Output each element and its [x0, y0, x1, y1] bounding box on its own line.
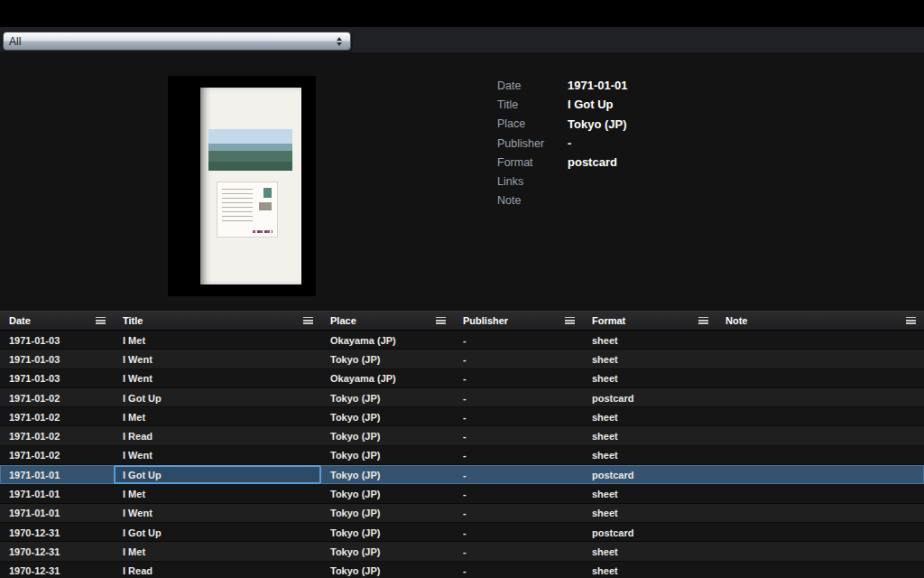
- table-cell-date: 1971-01-02: [0, 426, 114, 445]
- table-cell-title: I Met: [114, 407, 321, 426]
- postmark-icon: [259, 202, 272, 210]
- table-cell-note: [716, 523, 924, 542]
- table-cell-date: 1971-01-02: [0, 407, 114, 426]
- table-cell-date: 1970-12-31: [0, 523, 114, 542]
- table-cell-title: I Met: [114, 331, 321, 350]
- table-cell-note: [716, 542, 924, 561]
- table-row[interactable]: 1970-12-31I Got UpTokyo (JP)-postcard: [0, 523, 924, 542]
- table-body: 1971-01-03I MetOkayama (JP)-sheet1971-01…: [0, 331, 924, 578]
- table-cell-publisher: -: [454, 465, 583, 484]
- table-row[interactable]: 1971-01-02I Got UpTokyo (JP)-postcard: [0, 388, 924, 407]
- table-cell-title: I Went: [114, 446, 321, 465]
- table-cell-date: 1971-01-03: [0, 331, 114, 350]
- filter-select[interactable]: All: [3, 32, 351, 51]
- table-cell-note: [716, 484, 924, 503]
- table-cell-date: 1971-01-02: [0, 388, 114, 407]
- table-cell-title: I Went: [114, 369, 321, 388]
- table-row[interactable]: 1971-01-02I MetTokyo (JP)-sheet: [0, 407, 924, 426]
- table-cell-title: I Read: [114, 426, 321, 445]
- table-cell-format: sheet: [583, 426, 716, 445]
- table-cell-publisher: -: [454, 388, 583, 407]
- table-cell-place: Tokyo (JP): [321, 446, 454, 465]
- table-row[interactable]: 1971-01-02I WentTokyo (JP)-sheet: [0, 446, 924, 465]
- column-header-title[interactable]: Title: [114, 312, 321, 330]
- table-cell-publisher: -: [454, 484, 583, 503]
- postage-stamp-icon: [263, 188, 272, 198]
- table-cell-format: sheet: [583, 542, 716, 561]
- column-header-date[interactable]: Date: [0, 312, 114, 330]
- table-row[interactable]: 1971-01-01I WentTokyo (JP)-sheet: [0, 504, 924, 523]
- table-cell-date: 1971-01-03: [0, 369, 114, 388]
- detail-panel: Date1971-01-01TitleI Got UpPlaceTokyo (J…: [497, 76, 858, 210]
- detail-field-label: Format: [497, 156, 568, 169]
- column-menu-icon[interactable]: [698, 317, 708, 324]
- column-menu-icon[interactable]: [96, 317, 106, 324]
- table-header: DateTitlePlacePublisherFormatNote: [0, 311, 924, 331]
- column-menu-icon[interactable]: [906, 317, 916, 324]
- table-row[interactable]: 1971-01-02I ReadTokyo (JP)-sheet: [0, 426, 924, 445]
- detail-field-value: postcard: [568, 155, 617, 169]
- column-header-label: Date: [9, 315, 31, 326]
- table-cell-note: [716, 331, 924, 350]
- column-header-publisher[interactable]: Publisher: [454, 312, 583, 330]
- table-cell-place: Tokyo (JP): [321, 504, 454, 523]
- table-cell-note: [716, 504, 924, 523]
- column-header-label: Place: [330, 315, 356, 326]
- column-header-place[interactable]: Place: [321, 312, 454, 330]
- table-cell-publisher: -: [454, 369, 583, 388]
- table-cell-format: sheet: [583, 407, 716, 426]
- table-cell-title: I Got Up: [114, 388, 321, 407]
- table-cell-format: postcard: [583, 388, 716, 407]
- column-menu-icon[interactable]: [565, 317, 575, 324]
- table-cell-format: postcard: [583, 465, 716, 484]
- table-cell-place: Okayama (JP): [321, 369, 454, 388]
- table-row[interactable]: 1971-01-01I MetTokyo (JP)-sheet: [0, 484, 924, 503]
- top-bar: [0, 0, 924, 27]
- artwork-image: [168, 76, 316, 296]
- postcard-back: [217, 182, 278, 238]
- table-cell-note: [716, 388, 924, 407]
- table-cell-place: Tokyo (JP): [321, 407, 454, 426]
- table-row[interactable]: 1971-01-01I Got UpTokyo (JP)-postcard: [0, 465, 924, 484]
- column-header-label: Note: [725, 315, 747, 326]
- table-cell-note: [716, 446, 924, 465]
- column-header-format[interactable]: Format: [583, 312, 716, 330]
- table-row[interactable]: 1971-01-03I WentTokyo (JP)-sheet: [0, 350, 924, 368]
- table-cell-publisher: -: [454, 426, 583, 445]
- table-cell-format: postcard: [583, 523, 716, 542]
- book-page: [200, 88, 301, 284]
- table-cell-place: Tokyo (JP): [321, 523, 454, 542]
- column-menu-icon[interactable]: [303, 317, 313, 324]
- detail-field-label: Place: [497, 117, 568, 130]
- detail-field-label: Links: [497, 175, 568, 188]
- detail-field-note: Note: [497, 191, 858, 210]
- table-cell-title: I Met: [114, 542, 321, 561]
- detail-field-label: Title: [497, 98, 568, 111]
- table-cell-publisher: -: [454, 542, 583, 561]
- detail-field-links: Links: [497, 172, 858, 191]
- table-cell-place: Okayama (JP): [321, 331, 454, 350]
- table-row[interactable]: 1970-12-31I ReadTokyo (JP)-sheet: [0, 562, 924, 578]
- table-cell-format: sheet: [583, 350, 716, 368]
- table-row[interactable]: 1971-01-03I WentOkayama (JP)-sheet: [0, 369, 924, 388]
- detail-field-label: Publisher: [497, 137, 568, 150]
- table-cell-place: Tokyo (JP): [321, 542, 454, 561]
- table-row[interactable]: 1970-12-31I MetTokyo (JP)-sheet: [0, 542, 924, 561]
- table-cell-place: Tokyo (JP): [321, 388, 454, 407]
- table-row[interactable]: 1971-01-03I MetOkayama (JP)-sheet: [0, 331, 924, 350]
- records-table: DateTitlePlacePublisherFormatNote 1971-0…: [0, 311, 924, 578]
- table-cell-title: I Met: [114, 484, 321, 503]
- table-cell-format: sheet: [583, 484, 716, 503]
- table-cell-publisher: -: [454, 350, 583, 368]
- table-cell-date: 1970-12-31: [0, 562, 114, 578]
- table-cell-publisher: -: [454, 523, 583, 542]
- table-cell-note: [716, 350, 924, 368]
- column-header-note[interactable]: Note: [716, 312, 924, 330]
- table-cell-place: Tokyo (JP): [321, 426, 454, 445]
- detail-field-title: TitleI Got Up: [497, 95, 858, 114]
- table-cell-date: 1971-01-02: [0, 446, 114, 465]
- table-cell-note: [716, 426, 924, 445]
- table-cell-date: 1971-01-01: [0, 484, 114, 503]
- column-menu-icon[interactable]: [436, 317, 446, 324]
- table-cell-title: I Went: [114, 350, 321, 368]
